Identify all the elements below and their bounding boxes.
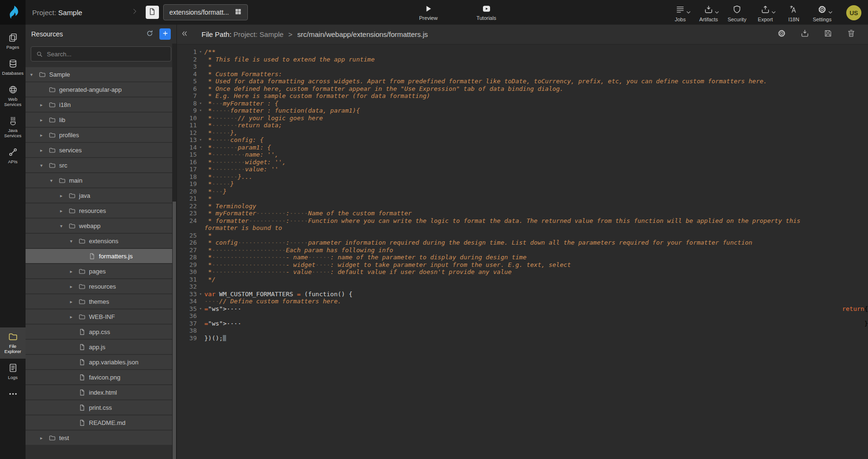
code-line-13[interactable]: 13▾ *·····config: { (177, 136, 868, 144)
collapse-arrow-icon[interactable]: ▾ (60, 223, 69, 229)
code-line-39[interactable]: 39})(); (177, 335, 868, 342)
app-logo[interactable] (0, 0, 26, 25)
tree-item-src[interactable]: ▾src (26, 158, 172, 172)
code-line-31[interactable]: 31 */ (177, 276, 868, 283)
code-line-32[interactable]: 32 (177, 283, 868, 291)
expand-arrow-icon[interactable]: ▸ (40, 435, 49, 441)
code-line-34[interactable]: 34····// Define custom formatters here. (177, 298, 868, 305)
tree-item-services[interactable]: ▸services (26, 143, 172, 157)
fold-arrow-icon[interactable]: ▾ (197, 291, 204, 298)
code-line-21[interactable]: 21 * (177, 195, 868, 203)
code-line-27[interactable]: 27 *····················Each param has f… (177, 247, 868, 254)
sidebar-item-logs[interactable]: Logs (0, 359, 26, 385)
more-button[interactable] (0, 385, 26, 403)
sidebar-item-web-services[interactable]: Web Services (0, 80, 26, 112)
tree-item-print.css[interactable]: print.css (26, 400, 172, 415)
tree-item-generated-angular-app[interactable]: generated-angular-app (26, 82, 172, 97)
code-line-7[interactable]: 7 * E.g. Here is sample custom formatter… (177, 92, 868, 100)
dashboard-grid-icon[interactable] (235, 8, 242, 17)
code-line-5[interactable]: 5 * Used for data formatting across widg… (177, 78, 868, 85)
expand-arrow-icon[interactable]: ▸ (40, 117, 49, 123)
tree-item-extensions[interactable]: ▾extensions (26, 234, 172, 248)
code-line-17[interactable]: 17 *·········value: '' (177, 166, 868, 173)
collapse-arrow-icon[interactable]: ▾ (40, 163, 49, 168)
code-line-18[interactable]: 18 *·······}... (177, 173, 868, 181)
tree-item-main[interactable]: ▾main (26, 173, 172, 187)
sidebar-item-java-services[interactable]: Java Services (0, 112, 26, 143)
code-line-11[interactable]: 11 *·······return data; (177, 122, 868, 129)
tree-item-java[interactable]: ▸java (26, 188, 172, 203)
code-line-20[interactable]: 20 *···} (177, 188, 868, 195)
code-line-26[interactable]: 26 * config·············:·····parameter … (177, 239, 868, 247)
code-line-6[interactable]: 6 * Once defined here, custom formatter … (177, 85, 868, 93)
delete-button[interactable] (847, 29, 856, 40)
expand-arrow-icon[interactable]: ▸ (60, 193, 69, 198)
jobs-button[interactable]: Jobs (667, 5, 693, 22)
code-line-19[interactable]: 19 *·····} (177, 180, 868, 188)
save-button[interactable] (824, 29, 833, 40)
collapse-arrow-icon[interactable]: ▾ (30, 72, 39, 77)
tree-item-app.js[interactable]: app.js (26, 340, 172, 354)
tree-item-app.css[interactable]: app.css (26, 325, 172, 339)
tree-item-index.html[interactable]: index.html (26, 385, 172, 399)
settings-button[interactable]: Settings (809, 5, 835, 22)
code-line-37[interactable]: 37="ws">····} (177, 320, 868, 327)
sidebar-item-pages[interactable]: Pages (0, 28, 26, 54)
code-line-33[interactable]: 33▾var WM_CUSTOM_FORMATTERS = (function(… (177, 291, 868, 298)
tree-scrollbar-thumb[interactable] (173, 202, 176, 459)
file-badge-button[interactable] (146, 6, 159, 19)
fold-arrow-icon[interactable]: ▾ (197, 48, 204, 56)
tutorials-button[interactable]: Tutorials (476, 4, 496, 21)
tree-item-profiles[interactable]: ▸profiles (26, 128, 172, 142)
code-line-10[interactable]: 10 *·······// your logic goes here (177, 115, 868, 122)
tree-item-app.variables.json[interactable]: app.variables.json (26, 355, 172, 369)
collapse-arrow-icon[interactable]: ▾ (70, 238, 79, 244)
code-line-4[interactable]: 4 * Custom Formatters: (177, 71, 868, 78)
sidebar-item-databases[interactable]: Databases (0, 54, 26, 80)
artifacts-button[interactable]: Artifacts (696, 5, 721, 22)
code-line-15[interactable]: 15 *·········name: '', (177, 151, 868, 159)
tree-item-formatters.js[interactable]: formatters.js (26, 249, 172, 263)
tree-scrollbar[interactable] (172, 44, 176, 459)
fold-arrow-icon[interactable]: ▾ (197, 144, 204, 151)
tree-item-resources[interactable]: ▸resources (26, 203, 172, 218)
code-line-36[interactable]: 36 (177, 312, 868, 320)
tree-item-Sample[interactable]: ▾Sample (26, 67, 172, 81)
tree-item-i18n[interactable]: ▸i18n (26, 97, 172, 112)
tree-item-webapp[interactable]: ▾webapp (26, 219, 172, 233)
fold-arrow-icon[interactable]: ▾ (197, 107, 204, 115)
tree-item-pages[interactable]: ▸pages (26, 264, 172, 278)
fold-arrow-icon[interactable]: ▾ (197, 136, 204, 144)
expand-arrow-icon[interactable]: ▸ (70, 284, 79, 289)
preview-button[interactable]: Preview (419, 4, 438, 21)
collapse-arrow-icon[interactable]: ▾ (50, 178, 59, 183)
tree-item-themes[interactable]: ▸themes (26, 294, 172, 309)
code-line-38[interactable]: 38 (177, 327, 868, 335)
code-line-35[interactable]: 35▾="ws">····return { (177, 305, 868, 313)
code-line-12[interactable]: 12 *·····}, (177, 129, 868, 137)
tree-item-WEB-INF[interactable]: ▸WEB-INF (26, 309, 172, 324)
project-title[interactable]: Project: Sample (32, 9, 82, 17)
expand-arrow-icon[interactable]: ▸ (70, 299, 79, 304)
refresh-button[interactable] (146, 29, 154, 39)
user-avatar[interactable]: US (846, 5, 861, 20)
collapse-panel-button[interactable] (180, 29, 189, 40)
code-line-1[interactable]: 1▾/** (177, 48, 868, 56)
open-file-tab[interactable]: extensions/formatt... (163, 4, 248, 20)
code-line-9[interactable]: 9▾ *·····formatter : function(data, para… (177, 107, 868, 115)
code-line-29[interactable]: 29 *····················- widget····: wi… (177, 261, 868, 269)
i18n-button[interactable]: I18N (781, 5, 807, 22)
code-line-8[interactable]: 8▾ *···myFormatter : { (177, 100, 868, 107)
settings-gear-button[interactable] (777, 29, 786, 40)
code-line-2[interactable]: 2 * This file is used to extend the app … (177, 56, 868, 63)
code-line-16[interactable]: 16 *·········widget: '', (177, 159, 868, 166)
code-editor[interactable]: 1▾/**2 * This file is used to extend the… (177, 44, 868, 459)
security-button[interactable]: Security (724, 5, 750, 22)
code-line-30[interactable]: 30 *····················- value·····: de… (177, 268, 868, 276)
fold-arrow-icon[interactable]: ▾ (197, 100, 204, 107)
add-resource-button[interactable] (159, 28, 171, 40)
code-line-22[interactable]: 22 * Terminology (177, 203, 868, 210)
expand-arrow-icon[interactable]: ▸ (40, 132, 49, 138)
code-line-24[interactable]: 24 * formatter··········:·····Function w… (177, 217, 868, 232)
expand-arrow-icon[interactable]: ▸ (40, 102, 49, 107)
